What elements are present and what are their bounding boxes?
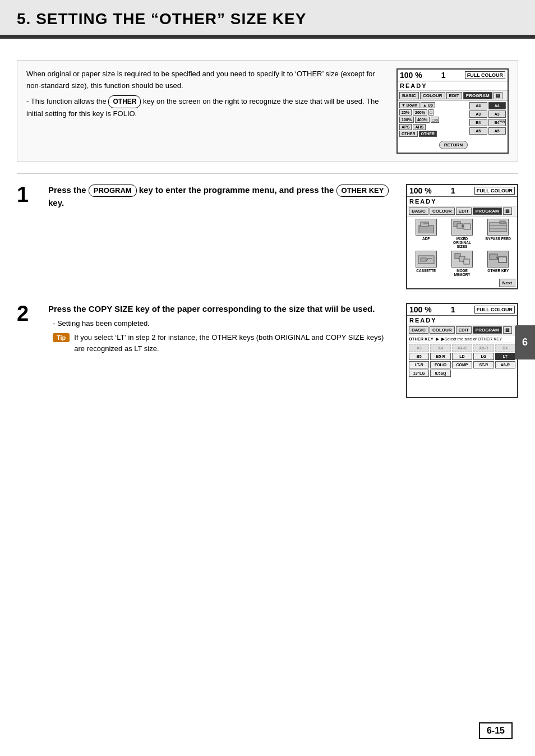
btn-s3-folio: FOLIO	[430, 361, 450, 368]
tab-edit: EDIT	[446, 92, 462, 99]
btn-s3-a4: A4	[430, 344, 450, 352]
s3-arrow: ▶	[436, 336, 439, 342]
step2-sub: - Setting has been completed.	[53, 319, 395, 328]
screen-top-bar: 100 % 1 FULL COLOUR	[398, 70, 508, 81]
svg-rect-6	[464, 224, 471, 229]
s3-header-text: ▶Select the size of OTHER KEY	[441, 336, 502, 342]
s3-header-row: OTHER KEY ▶ ▶Select the size of OTHER KE…	[407, 335, 517, 343]
s3-tab-colour: COLOUR	[430, 326, 455, 334]
s2-icons-row2: CASSETTE MODE MEMORY	[407, 250, 517, 278]
btn-400: 400%	[415, 117, 430, 123]
btn-s3-lg: LG	[473, 353, 494, 360]
other-key-btn: OTHER KEY	[336, 185, 389, 197]
btn-other2: OTHER	[419, 131, 437, 137]
btn-scale-icon: ▢◎	[431, 117, 439, 123]
btn-ratio-icon: ⊡	[428, 109, 433, 116]
main-content: When original or paper size is required …	[0, 49, 535, 423]
btn-s3-a4r: A4-R	[452, 344, 472, 352]
s1-size-grid: A4 A4 A3 A3 B4 B4copy A5 A5	[469, 102, 506, 135]
svg-rect-19	[464, 259, 469, 264]
screen-intro: 100 % 1 FULL COLOUR READY BASIC COLOUR E…	[396, 68, 509, 154]
s2-tab-basic: BASIC	[409, 208, 428, 215]
cassette-icon	[416, 251, 437, 268]
s3-label: OTHER KEY	[409, 336, 433, 342]
s2-tab-colour: COLOUR	[430, 208, 455, 215]
step1-content: Press the PROGRAM key to enter the progr…	[48, 184, 395, 213]
screen-fullcolour: FULL COLOUR	[465, 71, 505, 79]
s1-return-row: RETURN	[398, 139, 508, 153]
tab-icon: ▤	[494, 92, 502, 99]
btn-next: Next	[499, 279, 515, 287]
s2-tab-icon: ▤	[503, 208, 512, 215]
step2-content: Press the COPY SIZE key of the paper cor…	[48, 303, 395, 356]
intro-para2: - This function allows the OTHER key on …	[26, 95, 385, 120]
s1-zoom-row1: ▼ Down ▲ Up	[399, 102, 468, 108]
tip-label: Tip	[53, 333, 70, 342]
btn-s3-b5r: B5-R	[430, 353, 450, 360]
screen-pct: 100 %	[400, 71, 422, 80]
svg-rect-12	[421, 258, 426, 261]
s2-fullcolour: FULL COLOUR	[474, 187, 515, 195]
btn-b4-1: B4	[469, 119, 487, 126]
svg-rect-1	[421, 222, 428, 227]
btn-s3-ld: LD	[452, 353, 472, 360]
bypass-icon	[487, 219, 509, 236]
btn-down: ▼ Down	[399, 102, 419, 108]
screen-num: 1	[441, 71, 446, 80]
svg-rect-10	[500, 221, 505, 224]
step1-section: 1 Press the PROGRAM key to enter the pro…	[17, 184, 518, 289]
screen-ready: READY	[398, 81, 508, 91]
s3-top-bar: 100 % 1 FULL COLOUR	[407, 304, 517, 316]
page-header: 5. SETTING THE “OTHER” SIZE KEY	[0, 0, 535, 36]
btn-a4-2: A4	[488, 102, 506, 109]
cassette-label: CASSETTE	[416, 269, 436, 273]
btn-a3-2: A3	[488, 110, 506, 118]
s1-other-row: OTHER OTHER	[399, 130, 468, 137]
btn-s3-a5r: A5-R	[473, 344, 494, 352]
screen-step2: 100 % 1 FULL COLOUR READY BASIC COLOUR E…	[406, 303, 518, 398]
page-number-box: 6-15	[479, 722, 513, 739]
step1-number: 1	[17, 184, 37, 205]
s1-aps-row: APS AHS	[399, 124, 468, 130]
btn-ans: AHS	[413, 124, 426, 130]
btn-a5-1: A5	[469, 127, 487, 135]
intro-para1: When original or paper size is required …	[26, 68, 385, 92]
s2-ready: READY	[407, 197, 517, 206]
icon-box-other-key: OTHER KEY	[484, 251, 512, 276]
adf-label: ADF	[422, 237, 430, 241]
s2-tabs: BASIC COLOUR EDIT PROGRAM ▤	[407, 206, 517, 216]
s3-bottom-row: 13"LG 8.5SQ	[407, 370, 517, 379]
s1-left: ▼ Down ▲ Up 25% 200% ⊡ 100% 400% ▢◎ AP	[399, 102, 468, 137]
btn-up: ▲ Up	[421, 102, 435, 108]
btn-s3-str: ST-R	[473, 361, 494, 368]
s3-tabs: BASIC COLOUR EDIT PROGRAM ▤	[407, 325, 517, 335]
btn-25: 25%	[399, 109, 412, 116]
btn-s3-855q: 8.5SQ	[430, 370, 450, 377]
btn-s3-13lg: 13"LG	[409, 370, 429, 377]
s1-zoom-row3: 100% 400% ▢◎	[399, 117, 468, 123]
s1-middle: ▼ Down ▲ Up 25% 200% ⊡ 100% 400% ▢◎ AP	[398, 101, 508, 139]
other-key-label: OTHER KEY	[487, 269, 509, 273]
s3-num: 1	[451, 305, 455, 314]
header-divider	[0, 36, 535, 39]
s3-tab-basic: BASIC	[409, 326, 428, 334]
chapter-tab: 6	[515, 325, 535, 359]
btn-a5-2: A5	[488, 127, 506, 135]
screen-tabs: BASIC COLOUR EDIT PROGRAM ▤	[398, 91, 508, 101]
mixed-label: MIXEDORIGINAL SIZES	[448, 237, 476, 248]
btn-b4-2: B4copy	[488, 119, 506, 126]
other-inline-tip: OTHER	[211, 333, 237, 342]
step2-section: 2 Press the COPY SIZE key of the paper c…	[17, 303, 518, 398]
btn-s3-ltr: LT-R	[409, 361, 429, 368]
btn-return: RETURN	[439, 141, 468, 149]
s3-tab-program: PROGRAM	[473, 326, 502, 334]
tip-box: Tip If you select ‘LT’ in step 2 for ins…	[53, 332, 395, 354]
page-number: 6-15	[479, 722, 513, 739]
s2-top-bar: 100 % 1 FULL COLOUR	[407, 185, 517, 197]
tab-colour: COLOUR	[420, 92, 445, 99]
btn-200: 200%	[413, 109, 427, 116]
step2-number: 2	[17, 303, 37, 324]
bypass-label: BYPASS FEED	[486, 237, 511, 241]
s3-tab-icon: ▤	[503, 326, 512, 334]
s3-ready: READY	[407, 316, 517, 325]
